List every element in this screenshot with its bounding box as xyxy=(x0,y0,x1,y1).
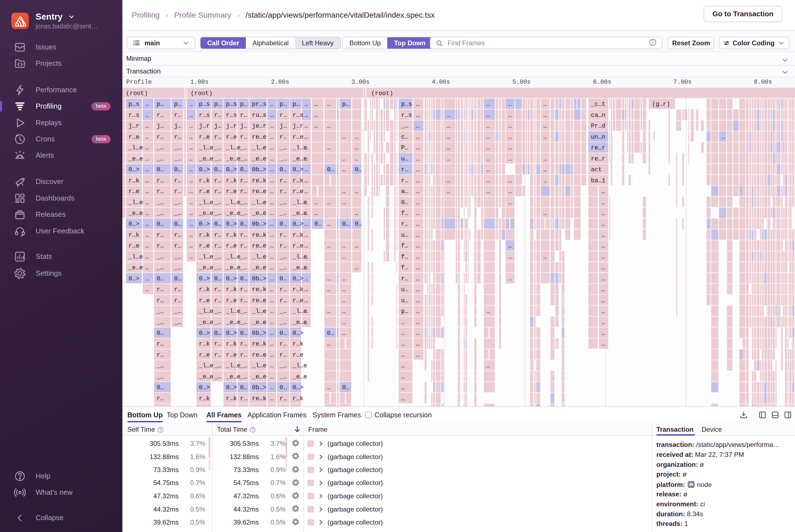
svg-text:…: … xyxy=(401,374,405,380)
svg-text:_…: _… xyxy=(279,253,287,261)
svg-text:…: … xyxy=(270,374,273,380)
svg-text:r…k: r…k xyxy=(199,341,210,347)
svg-text:r…s: r…s xyxy=(129,112,139,119)
svg-text:…: … xyxy=(543,122,547,130)
svg-text:…: … xyxy=(145,188,149,195)
svg-text:_…: _… xyxy=(240,253,247,261)
svg-text:_l…e: _l…e xyxy=(128,199,143,206)
svg-text:r…s: r…s xyxy=(401,112,412,119)
svg-text:_…: _… xyxy=(156,155,164,163)
svg-text:c…: c… xyxy=(401,134,408,140)
svg-text:_…: _… xyxy=(214,199,221,206)
svg-text:…: … xyxy=(601,264,605,271)
svg-text:r…: r… xyxy=(240,286,247,293)
svg-text:…: … xyxy=(314,122,318,130)
svg-text:0b…>: 0b…> xyxy=(252,276,267,282)
svg-text:_…: _… xyxy=(240,199,247,206)
svg-text:_l…e: _l…e xyxy=(292,362,307,369)
svg-text:_l…e: _l…e xyxy=(226,362,241,369)
svg-text:…: … xyxy=(270,166,273,173)
svg-text:_…: _… xyxy=(174,264,181,271)
svg-text:…: … xyxy=(447,112,450,119)
svg-text:p…: p… xyxy=(157,101,164,108)
svg-text:r…: r… xyxy=(214,352,221,359)
svg-text:…: … xyxy=(189,243,193,249)
svg-text:_…: _… xyxy=(240,210,247,217)
svg-text:…: … xyxy=(145,112,149,119)
svg-text:Pr…d: Pr…d xyxy=(591,122,606,130)
svg-text:…: … xyxy=(304,243,308,249)
svg-text:…: … xyxy=(355,264,358,271)
svg-text:…: … xyxy=(401,330,405,337)
svg-text:…: … xyxy=(189,188,193,195)
svg-text:r…e: r…e xyxy=(199,406,210,406)
svg-text:r…k: r…k xyxy=(226,232,237,239)
svg-text:_l…e: _l…e xyxy=(252,199,267,206)
svg-text:r…: r… xyxy=(157,297,164,304)
svg-text:_…: _… xyxy=(279,210,287,217)
svg-text:r…k: r…k xyxy=(292,395,304,402)
svg-text:…: … xyxy=(601,330,605,337)
svg-text:…: … xyxy=(508,188,512,195)
svg-text:…: … xyxy=(543,177,547,184)
svg-text:_…: _… xyxy=(174,308,181,315)
svg-text:r…: r… xyxy=(157,112,164,119)
svg-text:r…: r… xyxy=(174,112,181,119)
svg-text:…: … xyxy=(270,112,273,119)
svg-text:…: … xyxy=(145,243,149,249)
svg-text:p…: p… xyxy=(240,101,247,108)
svg-text:r…: r… xyxy=(214,286,221,293)
svg-text:p…: p… xyxy=(292,101,300,108)
svg-text:…: … xyxy=(304,276,308,282)
svg-text:(g…r): (g…r) xyxy=(652,101,670,108)
svg-text:r…: r… xyxy=(174,177,181,184)
svg-text:r…e: r…e xyxy=(226,352,237,359)
svg-text:…: … xyxy=(355,145,358,151)
svg-text:…: … xyxy=(416,264,420,271)
svg-text:r…: r… xyxy=(214,232,221,239)
svg-text:…: … xyxy=(145,177,149,184)
svg-text:…: … xyxy=(401,319,405,326)
svg-text:_…: _… xyxy=(174,253,181,261)
svg-text:…: … xyxy=(342,297,346,304)
svg-text:…: … xyxy=(327,308,330,315)
svg-text:…: … xyxy=(355,188,358,195)
svg-text:u…: u… xyxy=(401,286,408,293)
svg-text:…: … xyxy=(189,199,193,206)
svg-text:r…: r… xyxy=(401,177,408,184)
svg-text:0b…>: 0b…> xyxy=(252,330,267,337)
svg-text:_…: _… xyxy=(240,362,247,369)
svg-text:0…: 0… xyxy=(214,221,221,228)
svg-text:…: … xyxy=(270,276,273,282)
svg-text:_l…e: _l…e xyxy=(128,253,143,261)
svg-text:r…k: r…k xyxy=(226,341,237,347)
svg-text:u…: u… xyxy=(401,232,408,239)
svg-text:…: … xyxy=(508,145,512,151)
svg-text:…: … xyxy=(189,134,193,140)
svg-text:…: … xyxy=(355,210,358,217)
svg-text:…: … xyxy=(416,210,420,217)
svg-text:r…e: r…e xyxy=(199,352,210,359)
svg-text:…: … xyxy=(416,134,420,140)
svg-text:r…: r… xyxy=(174,134,181,140)
svg-text:0…>: 0…> xyxy=(129,276,139,282)
svg-text:…: … xyxy=(601,232,605,239)
svg-text:_e…e: _e…e xyxy=(198,374,213,380)
svg-text:…: … xyxy=(270,221,273,228)
svg-text:_…: _… xyxy=(214,308,221,315)
svg-text:…: … xyxy=(543,166,547,173)
svg-text:p…: p… xyxy=(214,101,221,108)
svg-text:…: … xyxy=(304,308,308,315)
svg-text:…: … xyxy=(342,155,346,163)
svg-text:j…: j… xyxy=(214,122,221,130)
svg-text:…: … xyxy=(270,286,273,293)
svg-text:…: … xyxy=(401,395,405,402)
svg-text:r…: r… xyxy=(214,177,221,184)
svg-text:r…e: r…e xyxy=(226,406,237,406)
svg-text:…: … xyxy=(270,319,273,326)
svg-text:0…>: 0…> xyxy=(199,330,210,337)
svg-text:0…>: 0…> xyxy=(199,384,210,391)
svg-text:…: … xyxy=(304,188,308,195)
svg-text:…: … xyxy=(487,101,490,108)
svg-text:0…: 0… xyxy=(157,330,164,337)
